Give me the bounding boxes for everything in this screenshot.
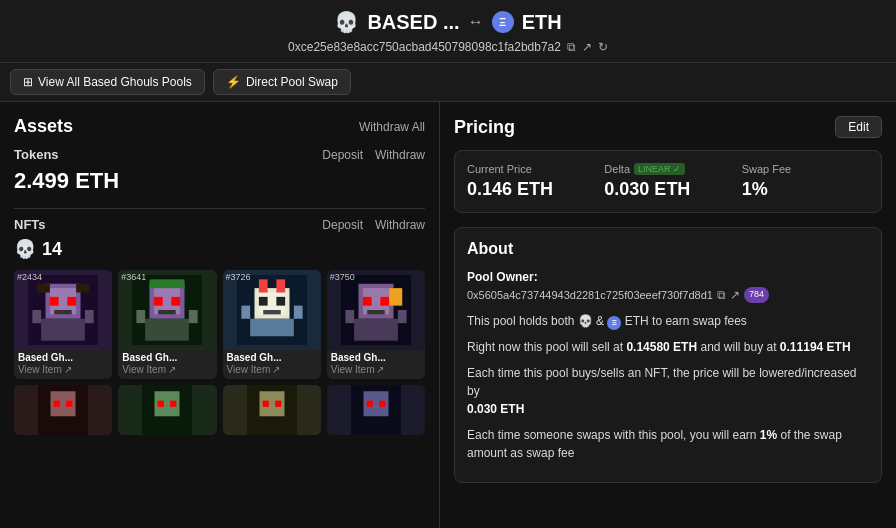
- svg-rect-9: [33, 310, 42, 323]
- nft-name-2: Based Gh...: [223, 350, 321, 363]
- ext-address-icon[interactable]: ↗: [730, 286, 740, 304]
- pool-owner-label: Pool Owner:: [467, 270, 538, 284]
- external-icon-3: ↗: [376, 364, 384, 375]
- about-swap-fee-prefix: Each time someone swaps with this pool, …: [467, 428, 760, 442]
- nft-view-item-0[interactable]: View Item ↗: [14, 363, 112, 379]
- nft-card-1[interactable]: #3641: [118, 270, 216, 379]
- delta-value: 0.030 ETH: [604, 179, 731, 200]
- pool-owner-row: Pool Owner: 0x5605a4c73744943d2281c725f0…: [467, 268, 869, 304]
- delta-cell: Delta LINEAR ✓ 0.030 ETH: [604, 163, 731, 200]
- nfts-subsection: NFTs Deposit Withdraw 💀 14 #2434: [14, 217, 425, 435]
- direct-pool-swap-button[interactable]: ⚡ Direct Pool Swap: [213, 69, 351, 95]
- tokens-actions: Deposit Withdraw: [322, 148, 425, 162]
- svg-rect-44: [54, 401, 60, 407]
- external-icon-0: ↗: [64, 364, 72, 375]
- nfts-withdraw-button[interactable]: Withdraw: [375, 218, 425, 232]
- pool-owner-address-row: 0x5605a4c73744943d2281c725f03eeef730f7d8…: [467, 286, 869, 304]
- about-swap-fee-row: Each time someone swaps with this pool, …: [467, 426, 869, 462]
- nft-name-0: Based Gh...: [14, 350, 112, 363]
- nft-card-2[interactable]: #3726: [223, 270, 321, 379]
- about-holds-text: This pool holds both 💀 & Ξ ETH to earn s…: [467, 314, 747, 328]
- skull-about-icon: 💀: [578, 314, 593, 328]
- about-buy-mid: and will buy at: [700, 340, 779, 354]
- nft-card-5[interactable]: [118, 385, 216, 435]
- lightning-icon: ⚡: [226, 75, 241, 89]
- about-sell-prefix: Right now this pool will sell at: [467, 340, 626, 354]
- svg-rect-38: [354, 319, 398, 341]
- svg-rect-45: [66, 401, 72, 407]
- nft-count-value: 14: [42, 239, 62, 260]
- withdraw-all-button[interactable]: Withdraw All: [359, 120, 425, 134]
- nft-art-1: [132, 275, 202, 345]
- edit-pricing-button[interactable]: Edit: [835, 116, 882, 138]
- svg-rect-16: [159, 310, 177, 314]
- nfts-deposit-button[interactable]: Deposit: [322, 218, 363, 232]
- pricing-title: Pricing: [454, 117, 515, 138]
- header-title: 💀 BASED ... ↔ Ξ ETH: [0, 10, 896, 34]
- svg-rect-48: [158, 401, 164, 407]
- current-price-value: 0.146 ETH: [467, 179, 594, 200]
- svg-rect-53: [275, 401, 281, 407]
- current-price-label: Current Price: [467, 163, 532, 175]
- nft-view-item-1[interactable]: View Item ↗: [118, 363, 216, 379]
- header-eth-label: ETH: [522, 11, 562, 34]
- header-address-bar: 0xce25e83e8acc750acbad450798098c1fa2bdb7…: [0, 40, 896, 54]
- svg-rect-36: [380, 297, 389, 306]
- nft-card-4[interactable]: [14, 385, 112, 435]
- svg-rect-26: [263, 310, 281, 314]
- nft-name-3: Based Gh...: [327, 350, 425, 363]
- direct-pool-swap-label: Direct Pool Swap: [246, 75, 338, 89]
- svg-rect-20: [189, 310, 198, 323]
- tokens-label: Tokens: [14, 147, 59, 162]
- header-collection-name: BASED ...: [367, 11, 459, 34]
- buy-price: 0.11194 ETH: [780, 340, 851, 354]
- linear-label: LINEAR: [638, 164, 671, 174]
- svg-rect-6: [41, 319, 85, 341]
- svg-rect-39: [389, 288, 402, 306]
- navbar: ⊞ View All Based Ghouls Pools ⚡ Direct P…: [0, 63, 896, 102]
- pricing-section-header: Pricing Edit: [454, 116, 882, 138]
- about-price-change-text: Each time this pool buys/sells an NFT, t…: [467, 366, 857, 398]
- svg-rect-8: [76, 284, 89, 293]
- refresh-icon[interactable]: ↻: [598, 40, 608, 54]
- pricing-grid: Current Price 0.146 ETH Delta LINEAR ✓ 0…: [454, 150, 882, 213]
- pool-owner-address-text: 0x5605a4c73744943d2281c725f03eeef730f7d8…: [467, 287, 713, 304]
- grid-icon: ⊞: [23, 75, 33, 89]
- external-link-icon[interactable]: ↗: [582, 40, 592, 54]
- nft-card-0[interactable]: #2434: [14, 270, 112, 379]
- view-all-pools-label: View All Based Ghouls Pools: [38, 75, 192, 89]
- nft-view-item-3[interactable]: View Item ↗: [327, 363, 425, 379]
- svg-rect-35: [363, 297, 372, 306]
- nft-art-2: [237, 275, 307, 345]
- tokens-deposit-button[interactable]: Deposit: [322, 148, 363, 162]
- copy-address-icon[interactable]: ⧉: [717, 286, 726, 304]
- nft-grid: #2434: [14, 270, 425, 435]
- nft-skull-icon: 💀: [14, 238, 36, 260]
- eth-icon: Ξ: [492, 11, 514, 33]
- pool-address: 0xce25e83e8acc750acbad450798098c1fa2bdb7…: [288, 40, 561, 54]
- tokens-withdraw-button[interactable]: Withdraw: [375, 148, 425, 162]
- eth-balance: 2.499 ETH: [14, 168, 425, 194]
- svg-rect-4: [68, 297, 77, 306]
- nft-card-7[interactable]: [327, 385, 425, 435]
- nft-num-1: #3641: [121, 272, 146, 282]
- nft-view-item-2[interactable]: View Item ↗: [223, 363, 321, 379]
- about-price-change-row: Each time this pool buys/sells an NFT, t…: [467, 364, 869, 418]
- nfts-actions: Deposit Withdraw: [322, 218, 425, 232]
- nft-num-3: #3750: [330, 272, 355, 282]
- nft-card-3[interactable]: #3750: [327, 270, 425, 379]
- copy-icon[interactable]: ⧉: [567, 40, 576, 54]
- nft-art-5: [142, 385, 192, 435]
- svg-rect-37: [367, 310, 385, 314]
- nft-card-6[interactable]: [223, 385, 321, 435]
- price-change-value: 0.030 ETH: [467, 402, 524, 416]
- tokens-subsection: Tokens Deposit Withdraw 2.499 ETH: [14, 147, 425, 194]
- about-section: About Pool Owner: 0x5605a4c73744943d2281…: [454, 227, 882, 483]
- nft-art-6: [247, 385, 297, 435]
- svg-rect-31: [294, 306, 303, 319]
- nfts-header: NFTs Deposit Withdraw: [14, 217, 425, 232]
- nfts-label: NFTs: [14, 217, 46, 232]
- svg-rect-29: [276, 279, 285, 292]
- nft-num-2: #3726: [226, 272, 251, 282]
- view-all-pools-button[interactable]: ⊞ View All Based Ghouls Pools: [10, 69, 205, 95]
